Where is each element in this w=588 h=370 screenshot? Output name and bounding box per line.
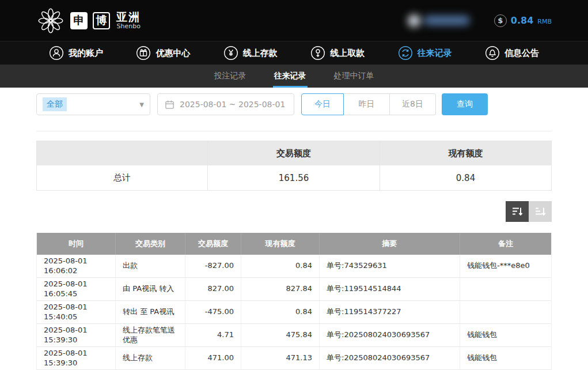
table-header-row: 时间 交易类别 交易额度 现有额度 摘要 备注 bbox=[37, 233, 551, 255]
cell-summary: 单号:743529631 bbox=[320, 255, 460, 277]
sort-asc-button[interactable] bbox=[529, 201, 552, 222]
logo-region-text: 亚洲 bbox=[116, 11, 141, 23]
deposit-icon bbox=[223, 46, 238, 61]
cell-type: 由 PA视讯 转入 bbox=[116, 278, 185, 300]
yesterday-button[interactable]: 昨日 bbox=[344, 93, 390, 115]
nav-label: 线上存款 bbox=[243, 48, 278, 59]
username-blur bbox=[424, 16, 470, 25]
records-table: 时间 交易类别 交易额度 现有额度 摘要 备注 2025-08-01 16:06… bbox=[36, 233, 552, 370]
summary-header-empty bbox=[37, 141, 208, 165]
summary-header-row: 交易额度 现有额度 bbox=[37, 141, 551, 165]
chevron-down-icon: ▼ bbox=[139, 101, 144, 108]
cell-summary: 单号:202508024030693567 bbox=[320, 324, 460, 346]
cell-remark bbox=[460, 301, 551, 323]
nav-item-deposit[interactable]: 线上存款 bbox=[223, 46, 278, 61]
summary-header-transaction: 交易额度 bbox=[208, 141, 380, 165]
summary-table: 交易额度 现有额度 总计 161.56 0.84 bbox=[36, 141, 552, 191]
col-header-type: 交易类别 bbox=[116, 233, 185, 255]
col-header-summary: 摘要 bbox=[320, 233, 460, 255]
today-button[interactable]: 今日 bbox=[301, 93, 344, 115]
cell-type: 出款 bbox=[116, 255, 185, 277]
last8days-button[interactable]: 近8日 bbox=[390, 93, 436, 115]
cell-balance: 827.84 bbox=[241, 278, 320, 300]
cell-balance: 475.84 bbox=[241, 324, 320, 346]
nav-item-promotions[interactable]: 优惠中心 bbox=[136, 46, 190, 61]
dollar-icon: $ bbox=[494, 14, 507, 27]
table-row: 2025-08-01 15:40:05 转出 至 PA视讯 -475.00 0.… bbox=[37, 301, 551, 324]
cell-balance: 0.84 bbox=[241, 255, 320, 277]
withdraw-icon bbox=[310, 46, 325, 61]
nav-label: 线上取款 bbox=[330, 48, 365, 59]
nav-item-transfer-records[interactable]: 往来记录 bbox=[398, 46, 452, 61]
type-select[interactable]: 全部 ▼ bbox=[36, 93, 150, 115]
cell-remark: 钱能钱包-***e8e0 bbox=[460, 255, 551, 277]
cell-time: 2025-08-01 15:39:30 bbox=[37, 324, 116, 346]
cell-type: 转出 至 PA视讯 bbox=[116, 301, 185, 323]
nav-item-announcements[interactable]: 信息公告 bbox=[485, 46, 539, 61]
summary-transaction-value: 161.56 bbox=[208, 165, 380, 190]
cell-remark: 钱能钱包 bbox=[460, 324, 551, 346]
cell-remark: 钱能钱包 bbox=[460, 347, 551, 369]
cell-time: 2025-08-01 16:06:02 bbox=[37, 255, 116, 277]
cell-amount: 4.71 bbox=[185, 324, 241, 346]
tab-transfer-records[interactable]: 往来记录 bbox=[273, 65, 308, 88]
table-row: 2025-08-01 15:39:30 线上存款 471.00 471.13 单… bbox=[37, 347, 551, 370]
cell-amount: 827.00 bbox=[185, 278, 241, 300]
sub-nav: 投注记录 往来记录 处理中订单 bbox=[0, 65, 588, 88]
nav-label: 我的账户 bbox=[69, 48, 103, 59]
summary-total-row: 总计 161.56 0.84 bbox=[37, 165, 551, 190]
cell-type: 线上存款笔笔送优惠 bbox=[116, 324, 185, 346]
flower-logo-icon bbox=[36, 6, 65, 35]
table-row: 2025-08-01 15:39:30 线上存款笔笔送优惠 4.71 475.8… bbox=[37, 324, 551, 347]
logo-subtitle: Shenbo bbox=[117, 23, 141, 30]
top-header: 申 博 亚洲 Shenbo $ 0.84 RMB bbox=[0, 0, 588, 41]
sort-desc-icon bbox=[511, 205, 523, 218]
col-header-amount: 交易额度 bbox=[185, 233, 241, 255]
date-range-value: 2025-08-01 ~ 2025-08-01 bbox=[180, 100, 285, 109]
logo-region-block: 亚洲 Shenbo bbox=[116, 11, 141, 31]
cell-time: 2025-08-01 15:40:05 bbox=[37, 301, 116, 323]
cell-amount: -827.00 bbox=[185, 255, 241, 277]
quick-date-group: 今日 昨日 近8日 bbox=[301, 93, 436, 115]
filter-bar: 全部 ▼ 2025-08-01 ~ 2025-08-01 今日 昨日 近8日 查… bbox=[36, 93, 552, 115]
nav-item-withdraw[interactable]: 线上取款 bbox=[310, 46, 365, 61]
table-row: 2025-08-01 16:06:02 出款 -827.00 0.84 单号:7… bbox=[37, 255, 551, 278]
sort-bar bbox=[36, 201, 552, 222]
cell-amount: 471.00 bbox=[185, 347, 241, 369]
cell-time: 2025-08-01 15:39:30 bbox=[37, 347, 116, 369]
transfer-records-icon bbox=[398, 46, 413, 61]
nav-item-my-account[interactable]: 我的账户 bbox=[49, 46, 103, 61]
balance-currency: RMB bbox=[537, 18, 552, 25]
user-icon bbox=[49, 46, 64, 61]
tab-betting-records[interactable]: 投注记录 bbox=[213, 65, 248, 88]
logo-char-shen: 申 bbox=[70, 12, 88, 29]
balance-display[interactable]: $ 0.84 RMB bbox=[494, 14, 552, 27]
cell-time: 2025-08-01 16:05:45 bbox=[37, 278, 116, 300]
sort-desc-button[interactable] bbox=[506, 201, 529, 222]
tab-label: 处理中订单 bbox=[334, 71, 374, 81]
summary-balance-value: 0.84 bbox=[380, 165, 551, 190]
main-nav: 我的账户 优惠中心 线上存款 线上取款 bbox=[0, 41, 588, 65]
calendar-icon bbox=[165, 100, 174, 110]
username-redacted[interactable] bbox=[408, 12, 470, 29]
logo[interactable]: 申 博 亚洲 Shenbo bbox=[36, 6, 141, 35]
tab-label: 投注记录 bbox=[214, 71, 246, 81]
logo-char-bo: 博 bbox=[93, 12, 110, 29]
tab-processing-orders[interactable]: 处理中订单 bbox=[333, 65, 375, 88]
cell-remark bbox=[460, 278, 551, 300]
top-right-area: $ 0.84 RMB bbox=[408, 12, 552, 29]
cell-amount: -475.00 bbox=[185, 301, 241, 323]
col-header-balance: 现有额度 bbox=[241, 233, 320, 255]
cell-summary: 单号:119514514844 bbox=[320, 278, 460, 300]
divider bbox=[36, 131, 552, 131]
summary-total-label: 总计 bbox=[37, 165, 208, 190]
nav-label: 往来记录 bbox=[418, 48, 452, 59]
summary-header-balance: 现有额度 bbox=[380, 141, 551, 165]
query-button[interactable]: 查询 bbox=[442, 93, 488, 115]
cell-summary: 单号:202508024030693567 bbox=[320, 347, 460, 369]
col-header-remark: 备注 bbox=[460, 233, 551, 255]
table-row: 2025-08-01 16:05:45 由 PA视讯 转入 827.00 827… bbox=[37, 278, 551, 301]
date-range-input[interactable]: 2025-08-01 ~ 2025-08-01 bbox=[157, 93, 294, 115]
avatar-blur bbox=[408, 14, 420, 27]
cell-balance: 471.13 bbox=[241, 347, 320, 369]
